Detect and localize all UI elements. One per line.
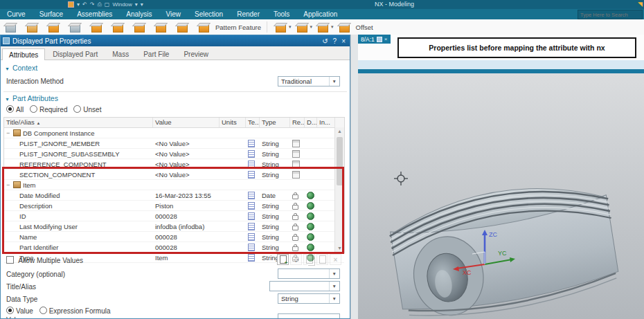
filter-required-radio[interactable] xyxy=(30,105,37,113)
print-icon[interactable]: ⎙ xyxy=(97,2,101,8)
3d-viewport[interactable]: ZC YC XC xyxy=(358,73,644,319)
attribute-action-buttons: ✣ × xyxy=(277,254,341,265)
scroll-down-icon[interactable]: ▼ xyxy=(335,244,344,253)
table-row[interactable]: Description Piston String xyxy=(4,201,344,211)
dialog-reset-button[interactable]: ↺ xyxy=(322,37,328,45)
dialog-titlebar[interactable]: Displayed Part Properties ↺ ? × xyxy=(1,35,350,46)
table-scrollbar[interactable]: ▲ ▼ xyxy=(334,127,344,253)
dialog-help-button[interactable]: ? xyxy=(333,37,337,45)
sketch-icon[interactable] xyxy=(27,25,37,33)
titlebar-corner-icon: ◥ xyxy=(638,1,643,8)
value-input[interactable] xyxy=(278,313,340,319)
value-radio[interactable] xyxy=(6,307,14,314)
table-row[interactable]: Name 000028 String xyxy=(4,232,344,242)
expression-formula-radio[interactable] xyxy=(39,307,47,314)
command-search-input[interactable] xyxy=(578,10,643,19)
menu-selection[interactable]: Selection xyxy=(188,9,230,19)
filter-all-radio[interactable] xyxy=(6,105,14,113)
chevron-down-icon[interactable]: ▾ xyxy=(310,24,313,30)
trim-icon[interactable] xyxy=(297,25,307,33)
revolve-icon[interactable] xyxy=(70,25,80,33)
boss-icon[interactable] xyxy=(134,25,145,33)
part-attributes-section-header[interactable]: ▼Part Attributes xyxy=(5,94,58,102)
menu-tools[interactable]: Tools xyxy=(267,9,296,19)
tab-preview[interactable]: Preview xyxy=(177,48,215,60)
tab-attributes[interactable]: Attributes xyxy=(2,48,45,60)
teamcenter-globe-icon xyxy=(307,233,314,241)
table-row[interactable]: ID 000028 String xyxy=(4,211,344,221)
table-row[interactable]: PLIST_IGNORE_SUBASSEMBLY <No Value> Stri… xyxy=(4,149,344,159)
menu-render[interactable]: Render xyxy=(230,9,267,19)
chevron-down-icon[interactable]: ▾ xyxy=(141,2,143,8)
menu-surface[interactable]: Surface xyxy=(33,9,70,19)
menu-curve[interactable]: Curve xyxy=(0,9,33,19)
window-menu[interactable]: Window xyxy=(112,2,132,8)
context-section-header[interactable]: ▼Context xyxy=(5,64,37,72)
edit-feature-icon[interactable] xyxy=(318,25,328,33)
pattern-feature-icon[interactable] xyxy=(199,25,209,33)
table-header[interactable]: Title/Alias ▲ Value Units Te... Type Re.… xyxy=(4,118,344,128)
pattern-feature-label[interactable]: Pattern Feature xyxy=(215,24,261,31)
locked-attribute-icon xyxy=(292,236,298,241)
tab-part-file[interactable]: Part File xyxy=(136,48,176,60)
text-attribute-icon xyxy=(248,171,255,179)
tab-displayed-part[interactable]: Displayed Part xyxy=(46,48,105,60)
displayed-part-properties-dialog: Displayed Part Properties ↺ ? × Attribut… xyxy=(0,35,350,319)
table-row[interactable]: SECTION_COMPONENT <No Value> String xyxy=(4,170,344,180)
table-row-group[interactable]: −DB Component Instance xyxy=(4,128,344,138)
part-tab[interactable]: 8/A:1 × xyxy=(358,35,391,44)
shell-icon[interactable] xyxy=(177,25,188,33)
copy-attribute-button[interactable] xyxy=(303,254,315,265)
collapse-minus-icon[interactable]: − xyxy=(6,181,11,188)
text-attribute-icon xyxy=(248,212,255,220)
window-icon[interactable]: ▢ xyxy=(105,2,110,8)
wcs-triad[interactable]: ZC YC XC xyxy=(440,224,530,276)
value-label: Value xyxy=(6,316,24,319)
part-tab-close-icon[interactable]: × xyxy=(384,36,388,42)
dialog-close-button[interactable]: × xyxy=(341,37,346,45)
table-row[interactable]: Last Modifying User infodba (infodba) St… xyxy=(4,221,344,232)
hole-icon[interactable] xyxy=(113,25,123,33)
insert-reference-button[interactable]: ✣ xyxy=(290,254,302,265)
filter-unset-radio[interactable] xyxy=(73,105,81,113)
offset-icon[interactable] xyxy=(339,25,350,33)
table-row-group[interactable]: −Item xyxy=(4,180,344,190)
scroll-up-icon[interactable]: ▲ xyxy=(335,127,344,136)
unite-icon[interactable] xyxy=(276,25,286,33)
menu-application[interactable]: Application xyxy=(296,9,344,19)
category-select[interactable]: ▼ xyxy=(278,268,340,279)
menu-analysis[interactable]: Analysis xyxy=(119,9,159,19)
menu-assemblies[interactable]: Assemblies xyxy=(70,9,119,19)
collapse-minus-icon[interactable]: − xyxy=(6,129,11,136)
table-row[interactable]: Part Identifier 000028 String xyxy=(4,242,344,253)
title-alias-combo[interactable]: ▼ xyxy=(269,281,340,291)
svg-text:ZC: ZC xyxy=(489,231,497,238)
chevron-down-icon[interactable]: ▾ xyxy=(289,24,292,30)
new-attribute-button[interactable] xyxy=(277,254,289,265)
undo-icon[interactable]: ↶ xyxy=(82,2,87,8)
table-row[interactable]: Date Modified 16-Mar-2023 13:55 Date xyxy=(4,190,344,201)
locked-attribute-icon xyxy=(292,226,298,230)
save-icon[interactable] xyxy=(68,1,74,8)
interaction-method-select[interactable]: Traditional▼ xyxy=(278,76,340,86)
extrude-icon[interactable] xyxy=(48,25,59,33)
table-row[interactable]: REFERENCE_COMPONENT <No Value> String xyxy=(4,159,344,170)
tab-mass[interactable]: Mass xyxy=(105,48,136,60)
chevron-down-icon[interactable]: ▾ xyxy=(77,2,80,8)
displayed-part-icon[interactable] xyxy=(6,25,16,33)
redo-icon[interactable]: ↷ xyxy=(90,2,95,8)
offset-label[interactable]: Offset xyxy=(356,24,373,31)
allow-multiple-values-checkbox[interactable] xyxy=(6,256,14,264)
annotation-note: Properties list before mapping the attri… xyxy=(397,37,636,58)
scrollbar-thumb[interactable] xyxy=(337,137,343,185)
table-row[interactable]: PLIST_IGNORE_MEMBER <No Value> String xyxy=(4,138,344,149)
menu-view[interactable]: View xyxy=(159,9,188,19)
chevron-down-icon[interactable]: ▾ xyxy=(331,24,334,30)
data-type-select[interactable]: String▼ xyxy=(278,293,340,304)
graphics-window: 8/A:1 × xyxy=(358,35,644,319)
block-icon[interactable] xyxy=(91,25,102,33)
chevron-down-icon[interactable]: ▾ xyxy=(135,2,138,8)
rib-icon[interactable] xyxy=(156,25,166,33)
paste-attribute-button[interactable] xyxy=(316,254,328,265)
delete-attribute-button[interactable]: × xyxy=(330,254,341,265)
